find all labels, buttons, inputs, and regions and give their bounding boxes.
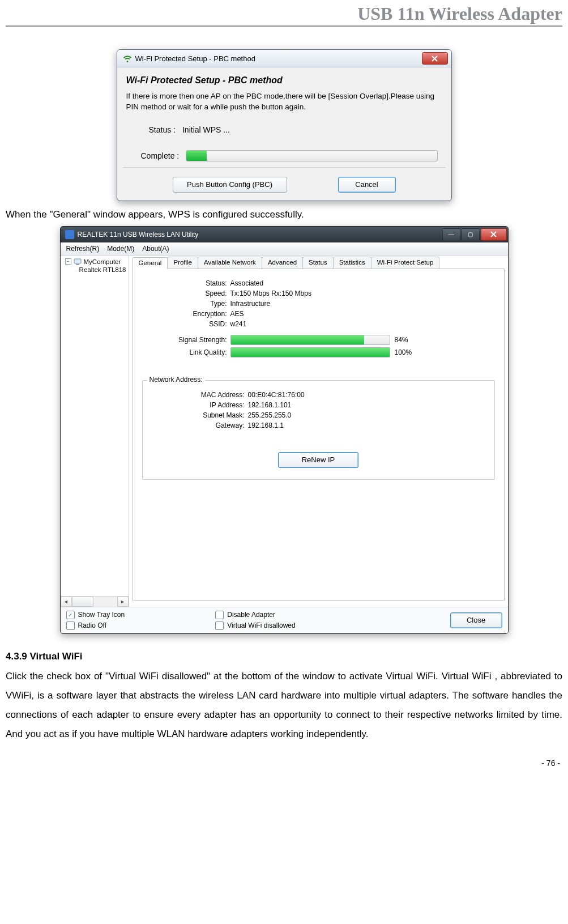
- caption-text: When the "General" window appears, WPS i…: [6, 209, 562, 220]
- tree-child[interactable]: Realtek RTL818: [61, 266, 129, 274]
- checkbox-checked-icon: ✓: [66, 611, 75, 619]
- signal-strength-percent: 84%: [395, 336, 408, 344]
- wps-status-label: Status :: [149, 125, 176, 134]
- scroll-right-icon[interactable]: ►: [117, 597, 129, 607]
- link-quality-fill: [231, 348, 390, 357]
- wps-progress-bar: [186, 150, 437, 161]
- ssid-label: SSID:: [142, 320, 230, 328]
- signal-strength-fill: [231, 335, 364, 344]
- app-title-text: REALTEK 11n USB Wireless LAN Utility: [78, 231, 199, 239]
- show-tray-icon-label: Show Tray Icon: [78, 611, 125, 619]
- close-window-button[interactable]: [481, 228, 507, 241]
- tab-strip: General Profile Available Network Advanc…: [133, 257, 505, 269]
- status-value: Associated: [230, 279, 495, 287]
- cancel-button[interactable]: Cancel: [338, 177, 396, 193]
- realtek-window: REALTEK 11n USB Wireless LAN Utility — ▢…: [60, 226, 509, 634]
- svg-rect-0: [74, 259, 81, 263]
- checkbox-icon: [215, 621, 224, 630]
- disable-adapter-checkbox[interactable]: Disable Adapter: [215, 611, 296, 619]
- subnet-label: Subnet Mask:: [143, 411, 248, 419]
- gateway-value: 192.168.1.1: [248, 421, 494, 429]
- network-address-legend: Network Address:: [147, 376, 205, 384]
- link-quality-label: Link Quality:: [142, 348, 230, 356]
- radio-off-checkbox[interactable]: Radio Off: [66, 621, 125, 630]
- link-quality-percent: 100%: [395, 348, 412, 356]
- tab-available-network[interactable]: Available Network: [198, 257, 262, 269]
- divider: [123, 167, 446, 168]
- tab-status[interactable]: Status: [302, 257, 334, 269]
- wps-heading: Wi-Fi Protected Setup - PBC method: [126, 75, 442, 86]
- tab-profile[interactable]: Profile: [167, 257, 198, 269]
- menu-about[interactable]: About(A): [142, 245, 169, 253]
- network-address-group: Network Address: MAC Address:00:E0:4C:81…: [142, 380, 495, 480]
- menu-mode[interactable]: Mode(M): [107, 245, 134, 253]
- wps-complete-label: Complete :: [141, 151, 180, 160]
- maximize-button[interactable]: ▢: [462, 228, 480, 241]
- tree-child-label: Realtek RTL818: [79, 266, 126, 273]
- app-footer: ✓ Show Tray Icon Radio Off Disable Adapt…: [61, 607, 508, 633]
- signal-strength-bar: [230, 335, 390, 345]
- radio-off-label: Radio Off: [78, 621, 106, 629]
- computer-icon: [74, 258, 82, 265]
- tab-statistics[interactable]: Statistics: [333, 257, 371, 269]
- scroll-left-icon[interactable]: ◄: [61, 597, 72, 607]
- mac-value: 00:E0:4C:81:76:00: [248, 391, 494, 399]
- checkbox-icon: [66, 621, 75, 630]
- subnet-value: 255.255.255.0: [248, 411, 494, 419]
- disable-adapter-label: Disable Adapter: [227, 611, 275, 619]
- app-titlebar[interactable]: REALTEK 11n USB Wireless LAN Utility — ▢: [61, 227, 508, 242]
- speed-value: Tx:150 Mbps Rx:150 Mbps: [230, 289, 495, 297]
- wps-progress-fill: [186, 151, 206, 161]
- page-header: USB 11n Wireless Adapter: [6, 0, 562, 27]
- adapter-icon: [76, 266, 77, 273]
- ssid-value: w241: [230, 320, 495, 328]
- wifi-icon: [123, 54, 132, 63]
- speed-label: Speed:: [142, 289, 230, 297]
- virtual-wifi-disallowed-label: Virtual WiFi disallowed: [227, 621, 296, 629]
- tree-root-label: MyComputer: [84, 258, 121, 265]
- renew-ip-button[interactable]: ReNew IP: [278, 452, 358, 468]
- mac-label: MAC Address:: [143, 391, 248, 399]
- gateway-label: Gateway:: [143, 421, 248, 429]
- pbc-button[interactable]: Push Button Config (PBC): [173, 177, 287, 193]
- tab-wifi-protect-setup[interactable]: Wi-Fi Protect Setup: [371, 257, 440, 269]
- device-tree: − MyComputer Realtek RTL818 ◄: [61, 256, 129, 607]
- tab-general[interactable]: General: [133, 257, 168, 269]
- type-label: Type:: [142, 300, 230, 308]
- minimize-button[interactable]: —: [442, 228, 460, 241]
- tab-general-content: Status:Associated Speed:Tx:150 Mbps Rx:1…: [133, 269, 505, 601]
- wps-titlebar[interactable]: Wi-Fi Protected Setup - PBC method: [117, 50, 451, 67]
- link-quality-bar: [230, 347, 390, 357]
- menubar: Refresh(R) Mode(M) About(A): [61, 242, 508, 256]
- tab-advanced[interactable]: Advanced: [262, 257, 303, 269]
- wps-status-value: Initial WPS ...: [182, 125, 230, 134]
- signal-strength-label: Signal Strength:: [142, 336, 230, 344]
- tree-collapse-icon[interactable]: −: [65, 258, 71, 265]
- checkbox-icon: [215, 611, 224, 619]
- app-icon: [65, 230, 74, 239]
- ip-value: 192.168.1.101: [248, 401, 494, 409]
- type-value: Infrastructure: [230, 300, 495, 308]
- encryption-label: Encryption:: [142, 310, 230, 318]
- menu-refresh[interactable]: Refresh(R): [66, 245, 100, 253]
- ip-label: IP Address:: [143, 401, 248, 409]
- status-label: Status:: [142, 279, 230, 287]
- wps-info-text: If there is more then one AP on the PBC …: [126, 91, 442, 113]
- page-number: - 76 -: [6, 759, 560, 768]
- tree-hscrollbar[interactable]: ◄ ►: [61, 596, 129, 607]
- close-button[interactable]: [422, 52, 448, 65]
- section-heading: 4.3.9 Virtual WiFi: [6, 651, 562, 662]
- svg-rect-1: [76, 264, 79, 265]
- virtual-wifi-disallowed-checkbox[interactable]: Virtual WiFi disallowed: [215, 621, 296, 630]
- tree-root[interactable]: − MyComputer: [61, 258, 129, 266]
- wps-dialog: Wi-Fi Protected Setup - PBC method Wi-Fi…: [117, 49, 452, 201]
- close-app-button[interactable]: Close: [450, 612, 502, 628]
- encryption-value: AES: [230, 310, 495, 318]
- show-tray-icon-checkbox[interactable]: ✓ Show Tray Icon: [66, 611, 125, 619]
- scroll-thumb[interactable]: [72, 597, 93, 607]
- section-body: Click the check box of "Virtual WiFi dis…: [6, 667, 562, 744]
- wps-title-text: Wi-Fi Protected Setup - PBC method: [135, 54, 255, 63]
